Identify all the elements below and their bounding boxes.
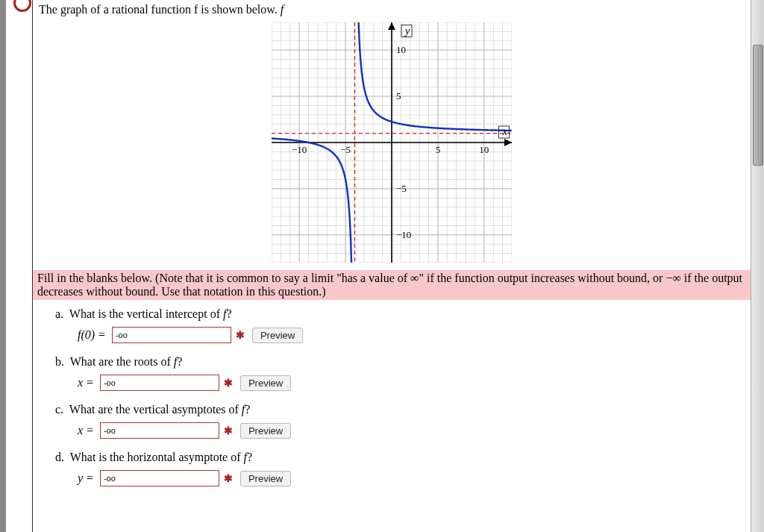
q-prompt: What are the vertical asymptotes of bbox=[69, 403, 239, 416]
svg-text:5: 5 bbox=[396, 90, 401, 101]
answer-input-d[interactable] bbox=[100, 470, 219, 486]
q-letter: b. bbox=[55, 355, 64, 368]
content-area: The graph of a rational function f is sh… bbox=[33, 0, 751, 532]
q-prompt: What are the roots of bbox=[70, 355, 171, 368]
lhs-d: y = bbox=[78, 472, 94, 485]
svg-text:y: y bbox=[404, 25, 410, 37]
svg-text:−5: −5 bbox=[340, 144, 351, 155]
preview-button-d[interactable]: Preview bbox=[240, 471, 291, 486]
svg-text:−5: −5 bbox=[396, 183, 407, 194]
q-prompt: What is the horizontal asymptote of bbox=[70, 451, 241, 463]
lhs-a: f(0) = bbox=[78, 328, 106, 342]
answer-row-c: x = ✱ Preview bbox=[78, 422, 751, 439]
intro-text: The graph of a rational function f is sh… bbox=[33, 3, 751, 16]
preview-button-b[interactable]: Preview bbox=[240, 375, 291, 391]
question-c: c. What are the vertical asymptotes of f… bbox=[55, 403, 751, 416]
question-list: a. What is the vertical intercept of f? … bbox=[33, 307, 751, 486]
question-b: b. What are the roots of f? bbox=[55, 355, 751, 369]
required-star-icon: ✱ bbox=[224, 377, 233, 389]
q-prompt: What is the vertical intercept of bbox=[69, 307, 220, 320]
preview-button-c[interactable]: Preview bbox=[240, 423, 291, 439]
answer-row-b: x = ✱ Preview bbox=[78, 375, 751, 391]
function-graph: −10−5510−10−5510 xy bbox=[272, 22, 512, 263]
lhs-b: x = bbox=[78, 376, 94, 389]
answer-input-c[interactable] bbox=[100, 422, 219, 439]
required-star-icon: ✱ bbox=[224, 472, 233, 485]
required-star-icon: ✱ bbox=[236, 329, 245, 342]
answer-row-d: y = ✱ Preview bbox=[78, 470, 751, 486]
svg-text:−10: −10 bbox=[396, 229, 411, 240]
svg-text:10: 10 bbox=[396, 44, 406, 55]
instruction-note: Fill in the blanks below. (Note that it … bbox=[33, 270, 751, 300]
q-letter: a. bbox=[55, 307, 63, 320]
q-letter: d. bbox=[55, 451, 64, 463]
intro-span: The graph of a rational function f is sh… bbox=[39, 3, 278, 16]
note-text: Fill in the blanks below. (Note that it … bbox=[37, 272, 742, 298]
lhs-c: x = bbox=[78, 424, 94, 437]
graph-container: −10−5510−10−5510 xy bbox=[33, 16, 751, 266]
status-circle-icon bbox=[13, 0, 31, 12]
answer-input-b[interactable] bbox=[100, 375, 219, 391]
answer-row-a: f(0) = ✱ Preview bbox=[78, 327, 751, 343]
required-star-icon: ✱ bbox=[224, 425, 233, 437]
preview-button-a[interactable]: Preview bbox=[252, 328, 303, 343]
question-d: d. What is the horizontal asymptote of f… bbox=[55, 451, 751, 464]
svg-text:x: x bbox=[502, 126, 508, 137]
question-a: a. What is the vertical intercept of f? bbox=[55, 307, 751, 321]
svg-text:10: 10 bbox=[479, 144, 489, 155]
vertical-scrollbar[interactable] bbox=[751, 0, 764, 532]
svg-text:5: 5 bbox=[436, 144, 441, 155]
viewport: The graph of a rational function f is sh… bbox=[0, 0, 764, 532]
answer-input-a[interactable] bbox=[112, 327, 231, 343]
scrollbar-thumb[interactable] bbox=[753, 45, 763, 166]
left-margin-bar bbox=[6, 0, 33, 532]
page: The graph of a rational function f is sh… bbox=[6, 0, 751, 532]
svg-text:−10: −10 bbox=[292, 144, 307, 155]
q-letter: c. bbox=[55, 403, 63, 416]
